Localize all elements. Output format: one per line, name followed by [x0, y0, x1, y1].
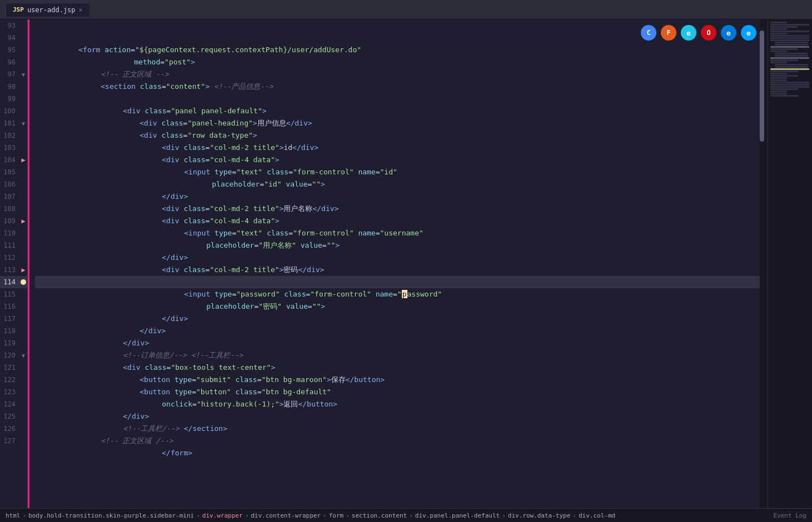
code-line-127: </form>: [35, 435, 760, 447]
gutter-row-99: 99: [0, 93, 27, 105]
code-line-109: <input type="text" class="form-control" …: [35, 215, 760, 227]
code-line-98: [35, 81, 760, 93]
gutter-row-103: 103: [0, 142, 27, 154]
gutter-row-115: 115: [0, 288, 27, 300]
code-line-113: <div class="col-md-4 data">: [35, 264, 760, 276]
status-bar: html › body.hold-transition.skin-purple.…: [0, 508, 812, 522]
breadcrumb-form[interactable]: form: [329, 512, 344, 519]
gutter-row-117: 117: [0, 313, 27, 325]
code-line-95: method="post">: [35, 44, 760, 56]
gutter-row-93: 93: [0, 19, 27, 32]
code-line-114: <input type="password" class="form-contr…: [35, 276, 760, 288]
gutter-row-101: 101 ▼: [0, 117, 27, 129]
code-line-118: </div>: [35, 325, 760, 337]
file-type-icon: JSP: [13, 6, 24, 13]
code-line-105: placeholder="id" value="">: [35, 166, 760, 178]
gutter-row-119: 119: [0, 337, 27, 349]
code-line-99: <div class="panel panel-default">: [35, 93, 760, 105]
tab-filename: user-add.jsp: [27, 6, 76, 14]
gutter-row-114: 114: [0, 276, 27, 288]
breadcrumb: html › body.hold-transition.skin-purple.…: [6, 512, 615, 519]
code-line-115: placeholder="密码" value="">: [35, 288, 760, 300]
gutter-row-110: 110: [0, 227, 27, 239]
gutter-row-125: 125: [0, 410, 27, 423]
code-area: 93 94 95 96 97 ▼: [0, 19, 812, 508]
file-tab[interactable]: JSP user-add.jsp ×: [6, 3, 90, 17]
gutter-row-118: 118: [0, 325, 27, 337]
code-line-93: [35, 19, 760, 32]
gutter-row-95: 95: [0, 44, 27, 56]
breadcrumb-section[interactable]: section.content: [352, 512, 407, 519]
tab-close-button[interactable]: ×: [79, 6, 83, 14]
line-gutter: 93 94 95 96 97 ▼: [0, 19, 28, 508]
gutter-row-127: 127: [0, 435, 27, 447]
code-line-123: onclick="history.back(-1);">返回</button>: [35, 386, 760, 398]
code-line-106: </div>: [35, 178, 760, 190]
code-line-116: </div>: [35, 300, 760, 313]
vertical-scrollbar[interactable]: [760, 19, 768, 508]
gutter-row-111: 111: [0, 239, 27, 252]
fold-arrow-97[interactable]: ▼: [20, 72, 27, 78]
gutter-row-96: 96: [0, 56, 27, 68]
code-line-101: <div class="row data-type">: [35, 117, 760, 129]
gutter-row-107: 107: [0, 190, 27, 203]
code-line-126: <!-- 正文区域 /-->: [35, 423, 760, 435]
breadcrumb-body[interactable]: body.hold-transition.skin-purple.sidebar…: [28, 512, 194, 519]
breadcrumb-panel[interactable]: div.panel.panel-default: [415, 512, 500, 519]
code-line-96: <!-- 正文区域 -->: [35, 56, 760, 68]
code-line-122: <button type="button" class="btn bg-defa…: [35, 374, 760, 386]
gutter-row-94: 94: [0, 32, 27, 44]
breadcrumb-html[interactable]: html: [6, 512, 21, 519]
gutter-row-97: 97 ▼: [0, 68, 27, 81]
gutter-row-121: 121: [0, 362, 27, 374]
code-line-108: <div class="col-md-4 data">: [35, 203, 760, 215]
code-lines: <form action="${pageContext.request.cont…: [35, 19, 760, 447]
breadcrumb-col[interactable]: div.col-md: [579, 512, 615, 519]
breadcrumb-content-wrapper[interactable]: div.content-wrapper: [251, 512, 321, 519]
code-line-111: </div>: [35, 239, 760, 252]
breadcrumb-wrapper[interactable]: div.wrapper: [202, 512, 243, 519]
event-log-label: Event Log: [773, 512, 806, 519]
event-log-button[interactable]: Event Log: [773, 512, 806, 519]
code-editor[interactable]: <form action="${pageContext.request.cont…: [29, 19, 760, 508]
gutter-row-123: 123: [0, 386, 27, 398]
editor-container: 93 94 95 96 97 ▼: [0, 19, 812, 522]
gutter-row-104: 104 ▶: [0, 154, 27, 166]
gutter-row-122: 122: [0, 374, 27, 386]
code-line-119: <!--订单信息/--> <!--工具栏-->: [35, 337, 760, 349]
code-line-107: <div class="col-md-2 title">用户名称</div>: [35, 190, 760, 203]
code-line-124: </div>: [35, 398, 760, 410]
minimap: [768, 19, 812, 508]
code-line-97: <section class="content"> <!--产品信息-->: [35, 68, 760, 81]
gutter-row-120: 120 ▼: [0, 349, 27, 362]
code-line-100: <div class="panel-heading">用户信息</div>: [35, 105, 760, 117]
gutter-row-112: 112: [0, 252, 27, 264]
fold-arrow-101[interactable]: ▼: [20, 121, 27, 127]
minimap-content: [768, 19, 812, 99]
code-line-112: <div class="col-md-2 title">密码</div>: [35, 252, 760, 264]
breadcrumb-row[interactable]: div.row.data-type: [508, 512, 571, 519]
code-line-104: <input type="text" class="form-control" …: [35, 154, 760, 166]
code-line-102: <div class="col-md-2 title">id</div>: [35, 129, 760, 142]
code-line-125: <!--工具栏/--> </section>: [35, 410, 760, 423]
title-bar: JSP user-add.jsp × C F e O e e: [0, 0, 812, 19]
gutter-row-124: 124: [0, 398, 27, 410]
code-line-94: <form action="${pageContext.request.cont…: [35, 32, 760, 44]
gutter-row-105: 105: [0, 166, 27, 178]
gutter-row-98: 98: [0, 81, 27, 93]
code-line-121: <button type="submit" class="btn bg-maro…: [35, 362, 760, 374]
gutter-row-109: 109 ▶: [0, 215, 27, 227]
fold-arrow-120[interactable]: ▼: [20, 353, 27, 359]
code-line-117: </div>: [35, 313, 760, 325]
gutter-row-106: 106: [0, 178, 27, 190]
gutter-row-116: 116: [0, 300, 27, 313]
code-line-110: placeholder="用户名称" value="">: [35, 227, 760, 239]
gutter-row-102: 102: [0, 129, 27, 142]
code-line-120: <div class="box-tools text-center">: [35, 349, 760, 362]
gutter-row-126: 126: [0, 423, 27, 435]
gutter-row-108: 108: [0, 203, 27, 215]
gutter-row-113: 113 ▶: [0, 264, 27, 276]
code-line-103: <div class="col-md-4 data">: [35, 142, 760, 154]
gutter-row-100: 100: [0, 105, 27, 117]
scrollbar-thumb[interactable]: [760, 31, 764, 142]
